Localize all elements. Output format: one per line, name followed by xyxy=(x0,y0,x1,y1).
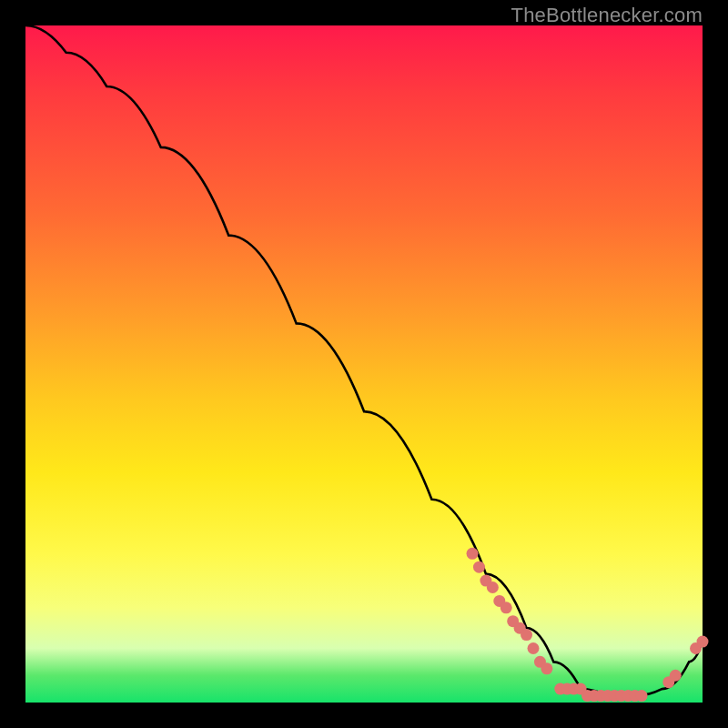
chart-marker xyxy=(487,581,499,593)
chart-plot-area xyxy=(25,25,703,703)
chart-marker xyxy=(670,670,682,682)
chart-marker xyxy=(500,602,512,613)
chart-svg xyxy=(25,25,703,703)
chart-markers xyxy=(467,548,709,702)
chart-marker xyxy=(541,662,552,674)
chart-marker xyxy=(528,642,540,654)
watermark-text: TheBottlenecker.com xyxy=(511,4,703,27)
chart-stage: TheBottlenecker.com xyxy=(0,0,728,728)
chart-marker xyxy=(697,636,709,648)
chart-marker xyxy=(473,561,485,573)
chart-marker xyxy=(521,629,532,641)
chart-marker xyxy=(636,690,648,702)
bottleneck-curve-line xyxy=(25,25,703,696)
chart-marker xyxy=(467,548,479,560)
